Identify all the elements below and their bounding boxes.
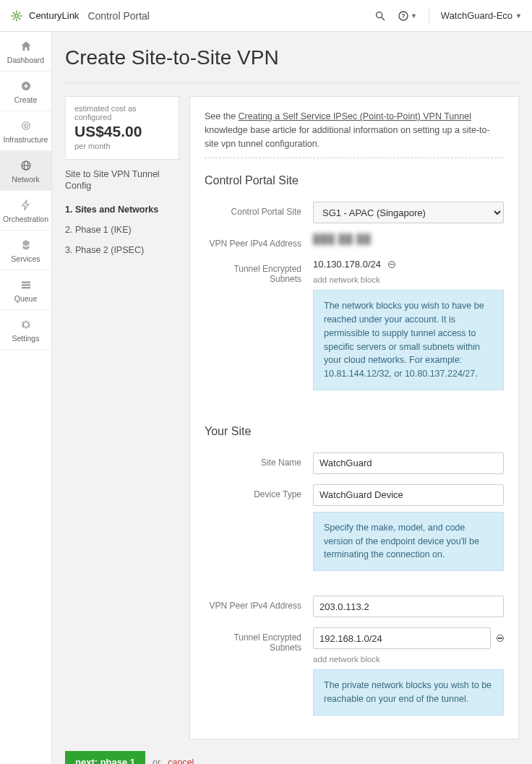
remove-subnet-icon[interactable] — [497, 635, 504, 642]
your-subnet-input[interactable] — [313, 627, 491, 649]
label-control-portal-site: Control Portal Site — [205, 202, 313, 217]
queue-icon — [20, 278, 33, 291]
cost-period: per month — [74, 142, 170, 150]
your-subnets-info: The private network blocks you wish to b… — [313, 669, 504, 716]
main-content: Create Site-to-Site VPN estimated cost a… — [52, 32, 532, 764]
svg-rect-20 — [22, 284, 30, 286]
app-header: CenturyLink Control Portal ? ▼ WatchGuar… — [0, 0, 532, 32]
sidebar-item-network[interactable]: Network — [0, 151, 51, 191]
add-network-block-link[interactable]: add network block — [313, 275, 504, 284]
cost-card: estimated cost as configured US$45.00 pe… — [65, 96, 179, 160]
label-your-subnets: Tunnel Encrypted Subnets — [205, 627, 313, 653]
control-portal-site-select[interactable]: SG1 - APAC (Singapore) — [313, 202, 504, 223]
step-sites-networks[interactable]: 1. Sites and Networks — [65, 199, 179, 220]
site-name-input[interactable] — [313, 452, 504, 474]
sidebar-item-queue[interactable]: Queue — [0, 270, 51, 310]
cog-icon — [20, 318, 33, 331]
svg-line-7 — [19, 12, 21, 14]
section-your-site: Your Site — [205, 425, 504, 438]
header-divider — [429, 8, 429, 24]
sidebar-item-dashboard[interactable]: Dashboard — [0, 32, 51, 72]
nav-label: Settings — [12, 334, 40, 343]
account-menu[interactable]: WatchGuard-Eco ▼ — [441, 10, 522, 21]
svg-line-5 — [13, 12, 15, 14]
svg-line-10 — [382, 17, 385, 20]
svg-line-8 — [13, 17, 15, 20]
sidebar-item-infrastructure[interactable]: Infrastructure — [0, 111, 51, 151]
svg-point-9 — [377, 12, 382, 17]
nav-label: Queue — [14, 294, 38, 303]
svg-point-15 — [24, 124, 27, 128]
cost-label: estimated cost as configured — [74, 104, 170, 121]
page-title: Create Site-to-Site VPN — [65, 46, 519, 83]
sidebar-item-create[interactable]: Create — [0, 72, 51, 111]
nav-label: Services — [11, 254, 40, 263]
svg-text:?: ? — [401, 12, 405, 20]
form-panel: See the Creating a Self Service IPSec (P… — [189, 96, 519, 739]
label-site-name: Site Name — [205, 452, 313, 468]
nav-label: Dashboard — [7, 56, 44, 64]
cp-peer-address-value: ███ ██ ██ — [313, 233, 372, 244]
kb-article-link[interactable]: Creating a Self Service IPSec (Point-to-… — [239, 111, 471, 121]
sidebar-nav: Dashboard Create Infrastructure Network … — [0, 32, 52, 764]
svg-line-6 — [19, 17, 21, 20]
brand-name: CenturyLink — [29, 10, 79, 21]
svg-point-14 — [22, 122, 30, 130]
gear-outline-icon — [20, 119, 33, 132]
plus-circle-icon — [20, 80, 33, 93]
intro-text: See the Creating a Self Service IPSec (P… — [205, 110, 504, 150]
remove-subnet-icon[interactable] — [388, 261, 395, 268]
add-network-block-link-2[interactable]: add network block — [313, 655, 504, 664]
sidebar-item-settings[interactable]: Settings — [0, 310, 51, 350]
label-device-type: Device Type — [205, 484, 313, 499]
chevron-down-icon: ▼ — [515, 12, 522, 20]
cp-subnet-value: 10.130.178.0/24 — [313, 259, 381, 270]
account-name: WatchGuard-Eco — [441, 10, 512, 21]
label-your-peer-address: VPN Peer IPv4 Address — [205, 596, 313, 611]
step-phase2[interactable]: 3. Phase 2 (IPSEC) — [65, 240, 179, 260]
cost-amount: US$45.00 — [74, 123, 170, 140]
search-icon[interactable] — [374, 10, 386, 22]
help-menu[interactable]: ? ▼ — [398, 10, 417, 22]
or-text: or — [153, 757, 160, 765]
next-phase1-button[interactable]: next: phase 1 — [65, 751, 145, 765]
chevron-down-icon: ▼ — [411, 12, 417, 20]
svg-rect-21 — [22, 287, 30, 288]
device-type-input[interactable] — [313, 484, 504, 506]
globe-icon — [20, 159, 33, 172]
device-type-info: Specify the make, model, and code versio… — [313, 512, 504, 571]
nav-label: Network — [12, 175, 40, 184]
portal-name: Control Portal — [87, 10, 150, 22]
your-peer-address-input[interactable] — [313, 596, 504, 617]
centurylink-logo-icon — [10, 9, 23, 22]
bolt-icon — [20, 199, 33, 212]
divider-dashed — [205, 158, 504, 158]
cancel-link[interactable]: cancel — [168, 757, 194, 765]
svg-point-0 — [15, 14, 19, 17]
cubes-icon — [20, 239, 33, 252]
sidebar-item-services[interactable]: Services — [0, 231, 51, 270]
home-icon — [20, 40, 33, 53]
wizard-steps: 1. Sites and Networks 2. Phase 1 (IKE) 3… — [65, 199, 179, 260]
section-control-portal-site: Control Portal Site — [205, 174, 504, 187]
sidebar-item-orchestration[interactable]: Orchestration — [0, 191, 51, 231]
label-cp-peer-address: VPN Peer IPv4 Address — [205, 233, 313, 249]
help-icon: ? — [398, 10, 409, 22]
config-panel-title: Site to Site VPN Tunnel Config — [65, 168, 179, 192]
svg-rect-19 — [22, 282, 30, 283]
step-phase1[interactable]: 2. Phase 1 (IKE) — [65, 220, 179, 240]
label-cp-subnets: Tunnel Encrypted Subnets — [205, 259, 313, 284]
cp-subnets-info: The network blocks you wish to have be r… — [313, 290, 504, 390]
nav-label: Create — [14, 95, 38, 104]
nav-label: Infrastructure — [4, 135, 48, 144]
wizard-footer: next: phase 1 or cancel — [65, 751, 519, 765]
nav-label: Orchestration — [3, 215, 48, 223]
